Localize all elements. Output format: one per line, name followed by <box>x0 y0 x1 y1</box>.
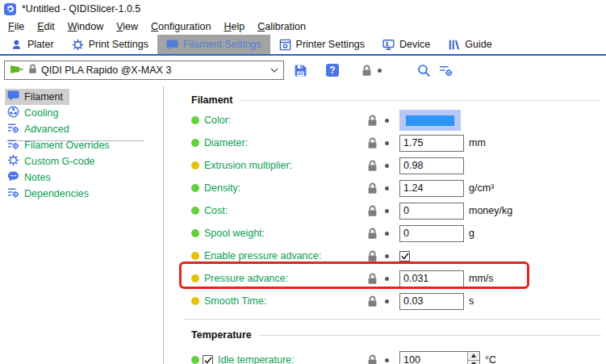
setting-label: Cost: <box>204 205 367 216</box>
sidebar-item-filament[interactable]: Filament <box>5 89 69 105</box>
lock-icon[interactable] <box>367 137 378 149</box>
sliders-gear-icon <box>7 138 19 153</box>
sidebar-item-advanced[interactable]: Advanced <box>5 121 76 137</box>
lock-icon[interactable] <box>367 250 378 262</box>
setting-state-bullet <box>191 184 199 192</box>
qidislicer-window: *Untitled - QIDISlicer-1.0.5 File Edit W… <box>0 0 606 364</box>
extrusion-multiplier-input[interactable] <box>399 157 464 174</box>
filament-bubble-icon <box>7 90 19 104</box>
filament-bubble-icon <box>166 39 178 51</box>
lock-icon[interactable] <box>367 228 378 240</box>
revert-dot <box>385 164 389 168</box>
spinner-up-button[interactable] <box>468 352 479 361</box>
menu-help[interactable]: Help <box>217 19 251 34</box>
enable-pressure-advance-checkbox[interactable] <box>399 251 410 261</box>
lock-icon[interactable] <box>367 354 378 364</box>
sidebar-item-cooling[interactable]: Cooling <box>5 105 65 121</box>
save-preset-button[interactable] <box>294 64 307 77</box>
gear-icon <box>72 39 84 51</box>
menu-window[interactable]: Window <box>61 19 110 34</box>
tab-label: Printer Settings <box>296 39 365 50</box>
setting-label: Color: <box>204 115 367 126</box>
menu-calibration[interactable]: Calibration <box>251 19 312 34</box>
setting-label: Idle temperature: <box>218 354 367 364</box>
revert-dot <box>385 209 389 213</box>
sidebar-item-notes[interactable]: Notes <box>5 169 57 186</box>
section-end-divider <box>184 319 601 320</box>
tab-device[interactable]: Device <box>374 35 439 54</box>
lock-icon[interactable] <box>367 160 378 172</box>
density-input[interactable] <box>399 180 464 197</box>
sidebar-item-label: Custom G-code <box>24 156 95 167</box>
preset-lock-icon <box>28 64 37 77</box>
tab-printer-settings[interactable]: Printer Settings <box>270 35 374 54</box>
revert-dot <box>385 232 389 236</box>
lock-icon[interactable] <box>367 205 378 217</box>
lock-icon[interactable] <box>367 295 378 308</box>
diameter-input[interactable] <box>399 135 464 152</box>
section-divider-line <box>239 100 601 101</box>
settings-category-tree: Filament Cooling Advanced Filament Overr… <box>0 86 164 364</box>
cost-input[interactable] <box>399 203 464 220</box>
unit-label: money/kg <box>469 205 512 216</box>
lock-icon[interactable] <box>367 182 378 195</box>
sidebar-item-custom-gcode[interactable]: Custom G-code <box>5 153 102 169</box>
preset-toolbar: QIDI PLA Rapido @X-MAX 3 ? <box>0 56 606 85</box>
smooth-time-input[interactable] <box>399 293 464 310</box>
revert-dot <box>385 358 389 362</box>
lock-icon[interactable] <box>362 65 372 77</box>
app-logo-icon <box>4 3 16 15</box>
preset-name: QIDI PLA Rapido @X-MAX 3 <box>41 65 266 76</box>
filament-preset-dropdown[interactable]: QIDI PLA Rapido @X-MAX 3 <box>4 61 284 80</box>
menu-view[interactable]: View <box>110 19 144 34</box>
setting-row-cost: Cost: money/kg <box>165 199 606 222</box>
fan-icon <box>7 106 19 120</box>
window-title: *Untitled - QIDISlicer-1.0.5 <box>22 3 140 15</box>
tab-label: Device <box>399 39 430 50</box>
pressure-advance-input[interactable] <box>399 270 464 287</box>
spinner-down-button[interactable] <box>468 361 479 364</box>
setting-row-spool-weight: Spool weight: g <box>165 222 606 245</box>
search-icon[interactable] <box>417 64 431 77</box>
setting-label: Density: <box>204 182 367 194</box>
tab-guide[interactable]: Guide <box>439 35 500 54</box>
tab-label: Guide <box>465 39 491 50</box>
setting-state-bullet <box>191 161 199 169</box>
menu-file[interactable]: File <box>2 19 31 34</box>
color-picker-button[interactable] <box>399 110 461 131</box>
books-icon <box>448 39 460 51</box>
sidebar-item-label: Cooling <box>24 107 58 119</box>
menu-edit[interactable]: Edit <box>31 19 61 34</box>
color-swatch <box>406 115 454 126</box>
sidebar-item-dependencies[interactable]: Dependencies <box>5 186 95 202</box>
menu-configuration[interactable]: Configuration <box>144 19 217 34</box>
monitor-icon <box>382 39 395 51</box>
help-button[interactable]: ? <box>326 64 339 77</box>
tab-filament-settings[interactable]: Filament Settings <box>157 35 270 54</box>
spool-weight-input[interactable] <box>399 225 464 242</box>
sidebar-item-filament-overrides[interactable]: Filament Overrides <box>5 137 116 153</box>
idle-temperature-input[interactable] <box>400 352 467 364</box>
sliders-gear-icon <box>7 122 19 136</box>
title-bar: *Untitled - QIDISlicer-1.0.5 <box>0 0 606 18</box>
unit-label: °C <box>485 354 496 364</box>
setting-row-enable-pressure-advance: Enable pressure advance: <box>165 245 606 267</box>
sidebar-item-label: Dependencies <box>24 188 89 199</box>
setting-state-bullet <box>191 356 199 364</box>
tab-plater[interactable]: Plater <box>2 35 63 54</box>
idle-temperature-checkbox[interactable] <box>203 355 213 364</box>
idle-temperature-spinner <box>399 351 480 364</box>
setting-label: Spool weight: <box>204 228 367 239</box>
lock-icon[interactable] <box>367 273 378 285</box>
plater-icon <box>10 39 23 51</box>
tab-print-settings[interactable]: Print Settings <box>63 35 157 54</box>
setting-row-pressure-advance: Pressure advance: mm/s <box>165 267 606 290</box>
setting-state-bullet <box>191 116 199 124</box>
setting-label: Pressure advance: <box>204 273 367 284</box>
setting-state-bullet <box>191 207 199 215</box>
unit-label: mm <box>469 137 486 149</box>
compare-settings-icon[interactable] <box>439 64 453 77</box>
settings-panel: Filament Color: Diameter: mm <box>165 86 606 364</box>
lock-icon[interactable] <box>367 115 378 127</box>
tab-label: Plater <box>27 39 54 50</box>
